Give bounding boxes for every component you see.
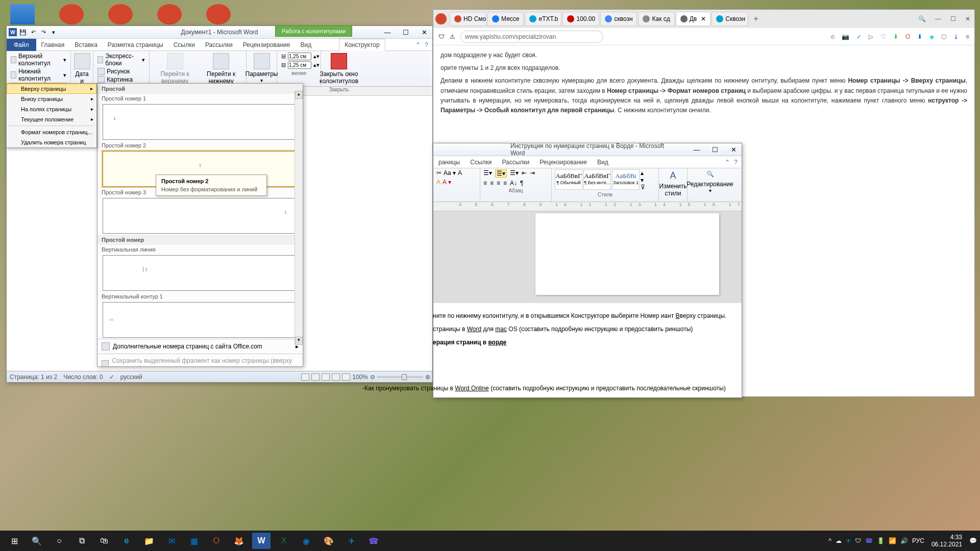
- tray-battery-icon[interactable]: 🔋: [877, 537, 885, 544]
- sort-icon[interactable]: A↓: [510, 180, 517, 187]
- styles-up-icon[interactable]: ▴: [641, 169, 648, 177]
- desktop-disc2-icon[interactable]: [108, 4, 133, 24]
- browser-tab[interactable]: HD Смотр: [450, 12, 486, 26]
- close-button[interactable]: ✕: [418, 28, 430, 37]
- menu-top-of-page[interactable]: Вверху страницы: [7, 84, 96, 94]
- header-bottom-button[interactable]: Нижний колонтитул ▾: [10, 67, 67, 83]
- params-button[interactable]: Параметры ▾: [250, 52, 274, 84]
- style-heading1[interactable]: АаБбВıЗаголовок 1: [612, 169, 640, 190]
- paint-icon[interactable]: 🎨: [317, 531, 340, 551]
- warning-icon[interactable]: ⚠: [450, 33, 455, 40]
- align-left-icon[interactable]: ≡: [483, 180, 487, 187]
- gallery-item-4[interactable]: 1: [103, 255, 298, 291]
- start-button[interactable]: ⊞: [3, 531, 26, 551]
- browser-tab[interactable]: Сквозн: [712, 12, 748, 26]
- address-bar[interactable]: www.yapishu.com/specializirovan: [460, 31, 603, 43]
- menu-icon[interactable]: ≡: [966, 33, 969, 40]
- edge-icon[interactable]: ◉: [295, 531, 317, 551]
- zoom-out-button[interactable]: ⊖: [370, 373, 375, 381]
- redo-icon[interactable]: ↷: [39, 28, 47, 36]
- heart-icon[interactable]: ♡: [880, 33, 886, 40]
- tab-home[interactable]: Главная: [36, 39, 70, 51]
- save-icon[interactable]: 💾: [19, 28, 27, 36]
- menu-current-position[interactable]: Текущее положение: [7, 114, 96, 124]
- minimize-button[interactable]: —: [381, 28, 394, 37]
- ribbon-collapse-icon[interactable]: ⌃: [415, 41, 421, 48]
- style-nospace[interactable]: АаБбВвГ¶ Без инте...: [583, 169, 611, 190]
- indent-dec-icon[interactable]: ⇤: [522, 169, 527, 178]
- check-icon[interactable]: ✓: [856, 33, 862, 40]
- bullets-icon[interactable]: ☰▾: [483, 169, 492, 178]
- cube-icon[interactable]: ⬡: [941, 33, 946, 40]
- menu-bottom-of-page[interactable]: Внизу страницы: [7, 94, 96, 104]
- opera-icon[interactable]: [435, 13, 447, 24]
- styles-more-icon[interactable]: ⊽: [641, 184, 648, 191]
- highlight-icon[interactable]: A: [436, 179, 440, 186]
- align-center-icon[interactable]: ≡: [490, 180, 494, 187]
- gallery-item-1[interactable]: 1: [103, 104, 298, 140]
- font-color-icon[interactable]: A ▾: [443, 179, 451, 186]
- taskview-button[interactable]: ⧉: [70, 531, 93, 551]
- tab-insert[interactable]: Вставка: [69, 39, 103, 51]
- firefox-icon[interactable]: 🦊: [228, 531, 250, 551]
- desktop-disc3-icon[interactable]: [206, 4, 231, 24]
- shield-icon[interactable]: 🛡: [438, 33, 445, 40]
- dl2-icon[interactable]: ⤓: [953, 33, 959, 40]
- browser-tab[interactable]: 100.00: [562, 12, 599, 26]
- gallery-item-5[interactable]: ▭: [103, 302, 298, 338]
- notifications-icon[interactable]: 💬: [969, 537, 977, 544]
- pos-bot-input[interactable]: ⊟ ▴▾: [280, 61, 317, 69]
- tray-lang[interactable]: РУС: [912, 537, 924, 544]
- app-icon[interactable]: ▦: [183, 531, 205, 551]
- tab-constructor[interactable]: Конструктор: [339, 39, 385, 51]
- ie-icon[interactable]: e: [115, 531, 138, 551]
- tray-network-icon[interactable]: 📶: [889, 537, 896, 544]
- viber-icon[interactable]: ☎: [362, 531, 385, 551]
- close-header-button[interactable]: Закрыть окно колонтитулов: [324, 52, 354, 86]
- tray-onedrive-icon[interactable]: ☁: [836, 537, 842, 544]
- align-right-icon[interactable]: ≡: [497, 180, 500, 187]
- zoom-slider[interactable]: [377, 376, 423, 378]
- tab-mail[interactable]: Рассылки: [200, 39, 238, 51]
- paste-icon[interactable]: ✂: [436, 169, 442, 177]
- tab-mail[interactable]: Рассылки: [497, 157, 534, 168]
- desktop-computer-icon[interactable]: [10, 4, 35, 24]
- view-print-icon[interactable]: [301, 373, 309, 381]
- download-icon[interactable]: ⬇: [893, 33, 898, 40]
- page[interactable]: [535, 213, 719, 295]
- style-normal[interactable]: АаБбВвГ¶ Обычный: [555, 169, 582, 190]
- tab-layout-partial[interactable]: раницы: [433, 157, 465, 168]
- camera-icon[interactable]: 📷: [842, 33, 849, 40]
- close-button[interactable]: ✕: [727, 145, 740, 154]
- tab-layout[interactable]: Разметка страницы: [103, 39, 168, 51]
- gallery-scrollbar[interactable]: ▴ ▾: [295, 91, 303, 345]
- store-icon[interactable]: 🛍: [93, 531, 115, 551]
- menu-page-margins[interactable]: На полях страницы: [7, 104, 96, 114]
- justify-icon[interactable]: ≡: [503, 180, 507, 187]
- maximize-button[interactable]: ☐: [709, 145, 721, 154]
- indent-inc-icon[interactable]: ⇥: [530, 169, 535, 178]
- maximize-button[interactable]: ☐: [400, 28, 412, 37]
- numbering-icon[interactable]: ☰▾: [495, 169, 507, 178]
- telegram-icon[interactable]: ✈: [340, 531, 362, 551]
- picture-button[interactable]: Рисунок: [96, 67, 146, 76]
- minimize-button[interactable]: —: [935, 15, 941, 22]
- tab-view[interactable]: Вид: [295, 39, 316, 51]
- search-icon[interactable]: 🔍: [918, 15, 926, 22]
- teal-ext-icon[interactable]: ◈: [929, 33, 934, 40]
- tab-review[interactable]: Рецензирование: [238, 39, 296, 51]
- menu-format-numbers[interactable]: Формат номеров страниц...: [7, 127, 96, 137]
- tab-refs[interactable]: Ссылки: [465, 157, 497, 168]
- language-status[interactable]: русский: [120, 373, 142, 381]
- image-button[interactable]: Картинка: [96, 76, 146, 84]
- opera-ext-icon[interactable]: O: [905, 33, 910, 40]
- editing-button[interactable]: 🔍Редактирование ▾: [691, 169, 729, 194]
- tray-security-icon[interactable]: 🛡: [855, 537, 861, 544]
- ext-icon[interactable]: ⎋: [831, 33, 835, 40]
- clear-format-icon[interactable]: A: [458, 169, 462, 177]
- pos-top-input[interactable]: ⊟ ▴▾: [280, 52, 317, 61]
- pilcrow-icon[interactable]: ¶: [520, 180, 523, 187]
- word-taskbar-icon[interactable]: W: [252, 533, 271, 549]
- qat-more-icon[interactable]: ▾: [50, 28, 58, 36]
- explorer-icon[interactable]: 📁: [138, 531, 160, 551]
